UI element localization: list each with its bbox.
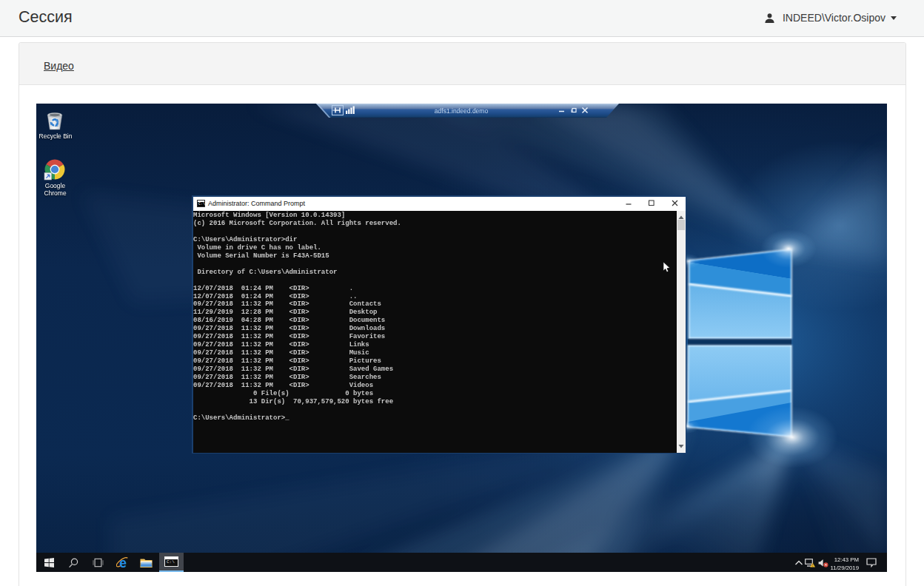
svg-text:adfs1.indeed.demo: adfs1.indeed.demo: [435, 107, 489, 115]
